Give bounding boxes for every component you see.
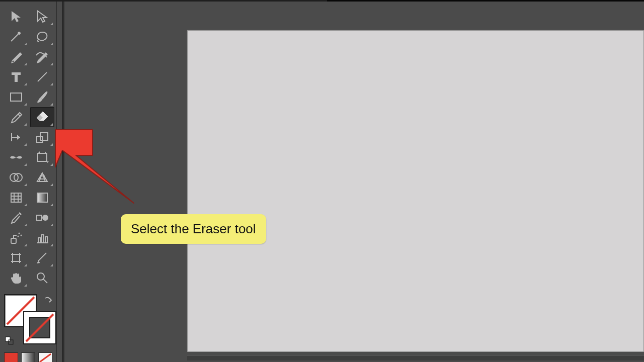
color-mode-none[interactable]: [38, 352, 52, 362]
annotation-arrow-icon: [53, 128, 139, 208]
pencil-tool-icon: [10, 111, 23, 124]
pen-tool-icon: [9, 50, 23, 63]
blend-tool[interactable]: [30, 208, 54, 228]
pen-tool[interactable]: [4, 47, 28, 67]
zoom-tool[interactable]: [30, 268, 54, 288]
direct-selection-tool[interactable]: [30, 7, 54, 27]
line-segment-tool[interactable]: [30, 67, 54, 87]
svg-line-24: [40, 354, 51, 362]
zoom-tool-icon: [36, 272, 49, 285]
color-mode-gradient[interactable]: [21, 352, 35, 362]
artboard-canvas[interactable]: [187, 30, 644, 352]
artboard-tool-icon: [10, 251, 23, 264]
selection-tool-icon: [10, 10, 22, 23]
mesh-tool-icon: [10, 192, 23, 204]
magic-wand-tool-icon: [9, 30, 23, 43]
svg-point-13: [21, 235, 22, 236]
symbol-sprayer-tool-icon: [9, 231, 23, 244]
width-tool-icon: [9, 152, 23, 163]
scale-tool-icon: [36, 131, 49, 143]
gradient-tool-icon: [36, 192, 49, 204]
curvature-tool[interactable]: [30, 47, 54, 67]
direct-selection-tool-icon: [36, 10, 48, 23]
column-graph-tool-icon: [36, 232, 49, 244]
width-tool[interactable]: [4, 147, 28, 167]
selection-tool[interactable]: [4, 7, 28, 27]
type-tool[interactable]: [4, 67, 28, 87]
type-tool-icon: [10, 71, 22, 83]
svg-rect-18: [13, 254, 20, 261]
eyedropper-tool-icon: [10, 211, 23, 224]
shape-builder-tool[interactable]: [4, 167, 28, 188]
eraser-tool-icon: [35, 111, 50, 124]
symbol-sprayer-tool[interactable]: [4, 228, 28, 248]
svg-rect-1: [11, 93, 22, 101]
rotate-tool[interactable]: [4, 127, 28, 147]
lasso-tool[interactable]: [30, 27, 54, 47]
gradient-tool[interactable]: [30, 188, 54, 208]
hand-tool-icon: [10, 272, 23, 285]
rotate-tool-icon: [9, 131, 23, 143]
mesh-tool[interactable]: [4, 188, 28, 208]
hand-tool[interactable]: [4, 268, 28, 288]
color-mode-solid[interactable]: [4, 352, 18, 362]
eraser-tool[interactable]: [30, 107, 54, 127]
pencil-tool[interactable]: [4, 107, 28, 127]
vertical-ruler: [62, 2, 64, 362]
perspective-grid-tool-icon: [36, 171, 49, 184]
free-transform-tool[interactable]: [30, 147, 54, 167]
eyedropper-tool[interactable]: [4, 208, 28, 228]
svg-point-10: [42, 215, 48, 221]
annotation-callout: Select the Eraser tool: [121, 214, 266, 244]
magic-wand-tool[interactable]: [4, 27, 28, 47]
swap-fill-stroke-icon[interactable]: [43, 295, 54, 306]
svg-rect-8: [37, 193, 47, 202]
svg-rect-9: [37, 215, 42, 220]
curvature-tool-icon: [35, 50, 50, 63]
scale-tool[interactable]: [30, 127, 54, 147]
svg-line-21: [26, 314, 53, 341]
line-segment-tool-icon: [36, 70, 49, 83]
color-mode-row: [4, 352, 54, 362]
slice-tool-icon: [35, 251, 49, 264]
svg-point-14: [18, 236, 19, 237]
svg-point-12: [19, 233, 20, 234]
slice-tool[interactable]: [30, 248, 54, 268]
rectangle-tool-icon: [9, 92, 23, 103]
svg-rect-4: [38, 153, 47, 161]
svg-rect-22: [6, 337, 10, 341]
svg-point-19: [37, 273, 44, 280]
free-transform-tool-icon: [36, 151, 49, 163]
blend-tool-icon: [35, 212, 49, 223]
paintbrush-tool[interactable]: [30, 87, 54, 107]
svg-rect-7: [11, 193, 21, 202]
column-graph-tool[interactable]: [30, 228, 54, 248]
default-fill-stroke-icon[interactable]: [5, 336, 14, 345]
tools-panel: [0, 2, 57, 362]
svg-point-0: [12, 60, 14, 62]
stroke-color-swatch[interactable]: [23, 311, 56, 344]
perspective-grid-tool[interactable]: [30, 167, 54, 188]
annotation-callout-text: Select the Eraser tool: [131, 221, 256, 236]
artboard-tool[interactable]: [4, 248, 28, 268]
svg-rect-17: [45, 237, 47, 243]
svg-rect-15: [38, 238, 40, 243]
rectangle-tool[interactable]: [4, 87, 28, 107]
svg-rect-16: [42, 235, 44, 243]
canvas-bottom-shadow: [187, 355, 644, 360]
app-topbar: [0, 0, 644, 2]
svg-rect-11: [11, 238, 16, 243]
lasso-tool-icon: [35, 31, 49, 43]
fill-stroke-swatches: [4, 294, 54, 344]
shape-builder-tool-icon: [9, 172, 23, 183]
paintbrush-tool-icon: [35, 90, 49, 104]
